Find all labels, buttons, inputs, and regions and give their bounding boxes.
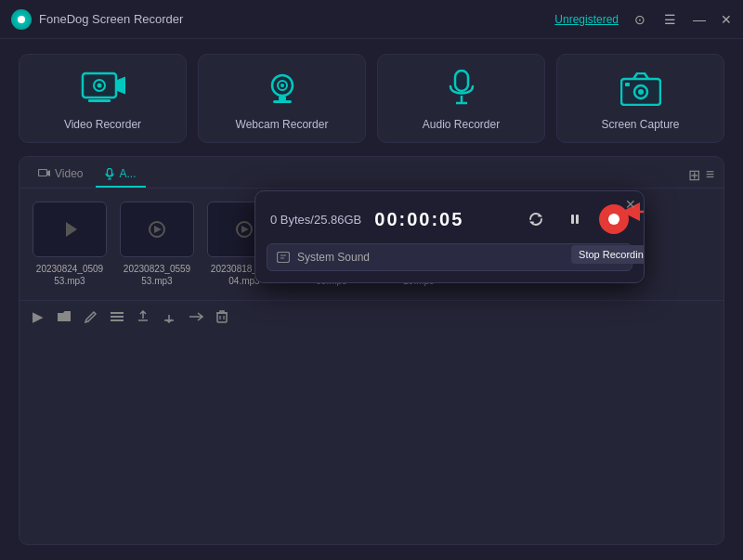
screen-capture-tile[interactable]: Screen Capture [556, 54, 724, 143]
edit-button[interactable] [85, 310, 98, 323]
file-item[interactable]: 20230823_055953.mp3 [120, 202, 194, 287]
svg-rect-37 [278, 253, 290, 263]
audio-recorder-icon [437, 70, 486, 109]
screen-capture-label: Screen Capture [601, 118, 679, 131]
svg-rect-10 [455, 71, 468, 91]
sound-source-label: System Sound [297, 251, 609, 264]
unregistered-link[interactable]: Unregistered [554, 13, 619, 26]
webcam-recorder-label: Webcam Recorder [236, 118, 329, 131]
bottom-toolbar: ▶ [20, 300, 723, 332]
list-view-icon[interactable]: ≡ [706, 166, 714, 184]
minimize-icon[interactable]: — [691, 12, 708, 27]
file-name: 20230824_050953.mp3 [36, 263, 103, 287]
svg-rect-26 [111, 312, 124, 314]
recording-timer: 00:00:05 [374, 209, 463, 230]
file-thumbnail [120, 202, 194, 257]
recording-controls: Stop Recording [521, 204, 629, 234]
tab-bar: Video A... ⊞ ≡ [20, 157, 723, 189]
pause-button[interactable] [560, 204, 590, 234]
tab-audio[interactable]: A... [96, 163, 145, 188]
svg-point-7 [280, 84, 284, 87]
overlay-close-icon[interactable]: ✕ [625, 197, 636, 212]
svg-point-3 [97, 84, 101, 88]
close-icon[interactable]: ✕ [721, 12, 732, 27]
svg-rect-1 [88, 99, 111, 102]
overlay-top: 0 Bytes/25.86GB 00:00:05 Stop Recording [255, 191, 644, 243]
svg-rect-35 [608, 214, 619, 225]
stop-recording-tooltip: Stop Recording [571, 245, 645, 264]
restart-button[interactable] [521, 204, 551, 234]
recorder-tiles: Video Recorder Webcam Recorder [19, 54, 724, 143]
tab-view-controls: ⊞ ≡ [688, 166, 714, 184]
app-logo [11, 9, 32, 30]
title-bar: FoneDog Screen Recorder Unregistered ⊙ ☰… [0, 0, 743, 39]
bottom-panel: Video A... ⊞ ≡ [19, 156, 724, 545]
svg-rect-27 [111, 316, 124, 318]
video-recorder-icon [79, 70, 127, 109]
app-title: FoneDog Screen Recorder [39, 12, 554, 26]
recording-overlay: ✕ 0 Bytes/25.86GB 00:00:05 Stop Re [254, 190, 645, 283]
recording-size: 0 Bytes/25.86GB [270, 213, 361, 227]
play-button[interactable]: ▶ [33, 308, 44, 325]
svg-rect-34 [576, 215, 579, 224]
file-item[interactable]: 20230824_050953.mp3 [33, 202, 107, 287]
settings-circle-icon[interactable]: ⊙ [632, 12, 648, 27]
screen-capture-icon [617, 70, 665, 109]
svg-rect-9 [273, 100, 292, 103]
delete-button[interactable] [216, 310, 228, 323]
svg-rect-19 [108, 168, 112, 176]
svg-rect-17 [39, 170, 47, 176]
grid-view-icon[interactable]: ⊞ [688, 166, 700, 184]
svg-rect-28 [111, 319, 124, 321]
upload-button[interactable] [137, 310, 150, 323]
audio-recorder-label: Audio Recorder [423, 118, 500, 131]
move-button[interactable] [189, 310, 203, 323]
svg-rect-16 [625, 83, 630, 86]
share-button[interactable] [163, 310, 176, 323]
video-recorder-tile[interactable]: Video Recorder [19, 54, 187, 143]
main-content: Video Recorder Webcam Recorder [0, 39, 743, 560]
webcam-recorder-icon [258, 70, 306, 109]
file-thumbnail [33, 202, 107, 257]
svg-point-15 [638, 89, 644, 95]
svg-rect-29 [217, 313, 227, 322]
tab-video[interactable]: Video [29, 163, 92, 188]
list-button[interactable] [111, 310, 124, 323]
svg-rect-33 [571, 215, 574, 224]
folder-button[interactable] [57, 310, 72, 323]
menu-icon[interactable]: ☰ [661, 12, 678, 27]
svg-marker-4 [116, 77, 125, 94]
file-name: 20230823_055953.mp3 [124, 263, 190, 287]
svg-rect-8 [279, 97, 286, 100]
title-bar-controls: Unregistered ⊙ ☰ — ✕ [554, 12, 732, 27]
audio-recorder-tile[interactable]: Audio Recorder [377, 54, 545, 143]
webcam-recorder-tile[interactable]: Webcam Recorder [198, 54, 366, 143]
video-recorder-label: Video Recorder [64, 118, 141, 131]
